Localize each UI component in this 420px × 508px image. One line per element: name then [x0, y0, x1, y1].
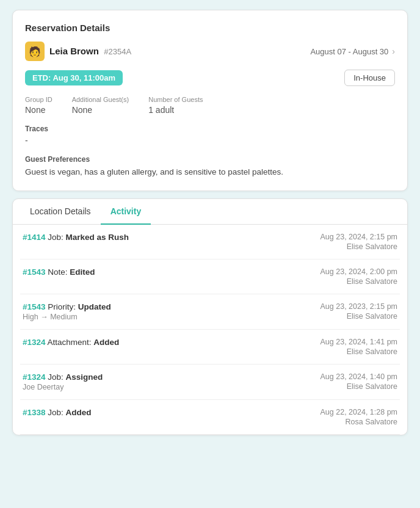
activity-right: Aug 23, 2024, 2:15 pmElise Salvatore	[320, 233, 397, 251]
tabs-row: Location Details Activity	[13, 199, 407, 225]
activity-time: Aug 23, 2024, 2:15 pm	[320, 233, 397, 241]
activity-item: #1543 Priority: UpdatedHigh → MediumAug …	[20, 294, 400, 330]
additional-guests-label: Additional Guest(s)	[72, 96, 129, 103]
activity-right: Aug 23, 2024, 1:41 pmElise Salvatore	[320, 338, 397, 356]
info-grid: Group ID None Additional Guest(s) None N…	[25, 96, 395, 115]
activity-item: #1543 Note: EditedAug 23, 2024, 2:00 pmE…	[20, 259, 400, 294]
activity-id-link[interactable]: #1543	[23, 302, 46, 311]
activity-time: Aug 23, 2023, 2:15 pm	[320, 302, 397, 311]
number-of-guests-label: Number of Guests	[148, 96, 203, 103]
card-title: Reservation Details	[25, 23, 395, 33]
bottom-panel: Location Details Activity #1414 Job: Mar…	[12, 198, 408, 435]
activity-left: #1324 Job: AssignedJoe Deertay	[23, 372, 103, 391]
guest-name: Leia Brown #2354A	[49, 46, 131, 57]
additional-guests-value: None	[72, 105, 129, 115]
activity-user: Elise Salvatore	[320, 382, 397, 391]
activity-sub: Joe Deertay	[23, 383, 103, 391]
activity-id-link[interactable]: #1414	[23, 233, 46, 242]
chevron-right-icon: ›	[392, 46, 395, 56]
activity-main: #1543 Priority: Updated	[23, 302, 111, 311]
activity-main: #1338 Job: Added	[23, 408, 92, 417]
guest-prefs-label: Guest Preferences	[25, 155, 395, 164]
activity-id-link[interactable]: #1324	[23, 338, 46, 347]
activity-time: Aug 22, 2024, 1:28 pm	[320, 408, 397, 416]
group-id-value: None	[25, 105, 52, 115]
guest-left: 🧑 Leia Brown #2354A	[25, 42, 131, 61]
activity-item: #1414 Job: Marked as RushAug 23, 2024, 2…	[20, 225, 400, 259]
activity-left: #1324 Attachment: Added	[23, 338, 119, 347]
activity-time: Aug 23, 2024, 1:40 pm	[320, 372, 397, 381]
activity-list: #1414 Job: Marked as RushAug 23, 2024, 2…	[13, 225, 407, 435]
activity-main: #1324 Attachment: Added	[23, 338, 119, 347]
additional-guests-col: Additional Guest(s) None	[72, 96, 129, 115]
activity-item: #1338 Job: AddedAug 22, 2024, 1:28 pmRos…	[20, 400, 400, 435]
tab-location-details[interactable]: Location Details	[20, 199, 101, 225]
guest-prefs-text: Guest is vegan, has a gluten allergy, an…	[25, 166, 395, 178]
activity-user: Elise Salvatore	[320, 312, 397, 321]
activity-id-link[interactable]: #1324	[23, 372, 46, 382]
group-id-label: Group ID	[25, 96, 52, 103]
activity-right: Aug 23, 2024, 1:40 pmElise Salvatore	[320, 372, 397, 391]
activity-left: #1414 Job: Marked as Rush	[23, 233, 129, 242]
number-of-guests-value: 1 adult	[148, 105, 203, 115]
activity-item: #1324 Attachment: AddedAug 23, 2024, 1:4…	[20, 330, 400, 365]
activity-right: Aug 23, 2023, 2:15 pmElise Salvatore	[320, 302, 397, 321]
status-badge: In-House	[344, 70, 395, 86]
activity-main: #1324 Job: Assigned	[23, 372, 103, 382]
activity-right: Aug 22, 2024, 1:28 pmRosa Salvatore	[320, 408, 397, 426]
activity-sub: High → Medium	[23, 313, 111, 321]
activity-main: #1414 Job: Marked as Rush	[23, 233, 129, 242]
reservation-details-card: Reservation Details 🧑 Leia Brown #2354A …	[12, 10, 408, 191]
guest-row: 🧑 Leia Brown #2354A August 07 - August 3…	[25, 42, 395, 61]
activity-left: #1543 Priority: UpdatedHigh → Medium	[23, 302, 111, 321]
etd-badge: ETD: Aug 30, 11:00am	[25, 70, 123, 85]
group-id-col: Group ID None	[25, 96, 52, 115]
tab-activity[interactable]: Activity	[101, 199, 151, 225]
activity-time: Aug 23, 2024, 2:00 pm	[320, 267, 397, 276]
etd-row: ETD: Aug 30, 11:00am In-House	[25, 70, 395, 86]
activity-user: Elise Salvatore	[320, 277, 397, 286]
activity-time: Aug 23, 2024, 1:41 pm	[320, 338, 397, 346]
avatar: 🧑	[25, 42, 45, 61]
traces-label: Traces	[25, 125, 395, 133]
activity-right: Aug 23, 2024, 2:00 pmElise Salvatore	[320, 267, 397, 286]
activity-left: #1338 Job: Added	[23, 408, 92, 417]
guest-date-range[interactable]: August 07 - August 30 ›	[310, 46, 395, 56]
number-of-guests-col: Number of Guests 1 adult	[148, 96, 203, 115]
activity-left: #1543 Note: Edited	[23, 267, 95, 277]
activity-item: #1324 Job: AssignedJoe DeertayAug 23, 20…	[20, 365, 400, 400]
activity-id-link[interactable]: #1338	[23, 408, 46, 417]
activity-user: Rosa Salvatore	[320, 418, 397, 426]
activity-id-link[interactable]: #1543	[23, 267, 46, 277]
activity-user: Elise Salvatore	[320, 242, 397, 251]
activity-user: Elise Salvatore	[320, 347, 397, 356]
activity-main: #1543 Note: Edited	[23, 267, 95, 277]
traces-value: -	[25, 136, 395, 145]
